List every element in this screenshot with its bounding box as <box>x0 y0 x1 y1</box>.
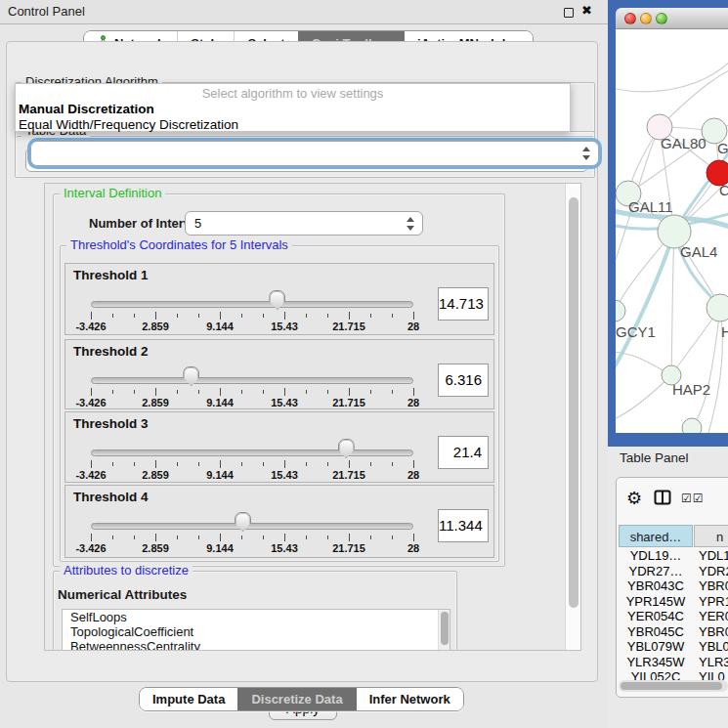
slider-tick-label: 28 <box>407 397 419 408</box>
table-cell[interactable]: YPR1 <box>699 594 728 610</box>
app-root: Control Panel ✖ NetworkStyleSelectCyni T… <box>0 0 728 728</box>
slider-tick <box>370 390 371 394</box>
close-icon[interactable]: ✖ <box>581 3 592 18</box>
table-cell[interactable]: YBR043C <box>619 578 693 594</box>
slider-tick <box>284 312 285 320</box>
algorithm-option[interactable]: Manual Discretization <box>19 102 154 116</box>
attribute-list-item[interactable]: TopologicalCoefficient <box>63 624 450 639</box>
table-cell[interactable]: YBL079W <box>619 639 693 655</box>
gear-icon[interactable]: ⚙ <box>626 488 642 509</box>
attribute-list-item[interactable]: SelfLoops <box>63 610 450 624</box>
slider-tick-label: 28 <box>407 469 419 481</box>
network-window-titlebar[interactable] <box>616 8 728 29</box>
column-header-shared-name[interactable]: shared… <box>619 525 693 547</box>
threshold-row: Threshold 2-3.4262.8599.14415.4321.71528… <box>64 339 494 409</box>
table-horizontal-scrollbar[interactable] <box>619 680 728 692</box>
table-panel: ⚙ ☑☑ shared…nYDL19…YDL1YDR27…YDR2YBR043C… <box>616 477 728 698</box>
close-traffic-light[interactable] <box>624 13 636 24</box>
table-cell[interactable]: YBR0 <box>699 624 728 640</box>
slider-tick <box>370 462 371 466</box>
slider-track[interactable] <box>91 450 413 456</box>
table-cell[interactable]: YBL0 <box>699 639 728 655</box>
slider-tick-label: 21.715 <box>332 321 365 332</box>
minimize-traffic-light[interactable] <box>640 13 652 24</box>
slider-track[interactable] <box>91 377 413 384</box>
slider-tick <box>392 390 393 394</box>
thresholds-group: Threshold's Coordinates for 5 Intervals … <box>60 245 499 562</box>
numerical-attributes-list[interactable]: SelfLoopsTopologicalCoefficientBetweenne… <box>62 609 450 651</box>
slider-tick-label: 21.715 <box>332 542 365 554</box>
algorithm-combo[interactable] <box>30 141 599 166</box>
table-cell[interactable]: YDL1 <box>699 548 728 564</box>
table-cell[interactable]: YBR045C <box>619 624 693 640</box>
network-edge <box>671 232 674 375</box>
float-window-icon[interactable] <box>564 8 574 18</box>
table-scrollbar-thumb[interactable] <box>621 682 722 690</box>
network-node-label: GAL11 <box>628 198 673 215</box>
slider-tick <box>370 314 371 318</box>
bottom-tab-impute-data[interactable]: Impute Data <box>140 688 237 710</box>
settings-scrollbar-thumb[interactable] <box>569 197 578 608</box>
table-cell[interactable]: YDR2 <box>699 564 728 579</box>
network-canvas[interactable]: GAL80G.CGAL11GAL4GCY1HHAP2 <box>616 29 728 433</box>
slider-tick <box>91 534 92 541</box>
table-cell[interactable]: YLR345W <box>619 655 693 670</box>
threshold-value-field[interactable]: 11.344 <box>438 509 489 542</box>
checkboxes-icon[interactable]: ☑☑ <box>681 492 705 505</box>
column-header-name[interactable]: n <box>694 525 728 547</box>
slider-tick-label: 21.715 <box>332 469 365 481</box>
settings-vertical-scrollbar[interactable] <box>565 184 580 651</box>
attributes-scrollbar-thumb[interactable] <box>441 612 449 645</box>
bottom-tab-label: Infer Network <box>369 692 450 707</box>
bottom-tab-label: Impute Data <box>152 692 225 707</box>
threshold-value-field[interactable]: 14.713 <box>438 287 489 321</box>
slider-tick-label: 15.43 <box>271 321 298 332</box>
table-cell[interactable]: YDL19… <box>619 548 693 564</box>
bottom-tab-discretize-data[interactable]: Discretize Data <box>237 688 355 710</box>
threshold-value-field[interactable]: 21.4 <box>438 436 489 469</box>
network-node[interactable] <box>616 300 625 321</box>
network-node-label: G. <box>717 140 728 156</box>
network-edge <box>616 375 671 420</box>
slider-tick <box>263 535 264 539</box>
table-cell[interactable]: YBR0 <box>699 578 728 594</box>
split-columns-icon[interactable] <box>654 490 671 505</box>
slider-tick <box>263 314 264 318</box>
slider-tick <box>241 535 242 539</box>
numerical-attributes-label: Numerical Attributes <box>58 587 187 602</box>
slider-tick-label: 28 <box>407 321 419 332</box>
slider-track[interactable] <box>91 301 413 308</box>
slider-tick <box>177 314 178 318</box>
algorithm-option[interactable]: Equal Width/Frequency Discretization <box>19 117 238 132</box>
slider-tick <box>241 314 242 318</box>
slider-tick <box>413 388 414 396</box>
threshold-value-field[interactable]: 6.316 <box>438 364 489 397</box>
table-cell[interactable]: YER054C <box>619 609 693 624</box>
slider-tick-label: -3.426 <box>75 542 106 554</box>
interval-definition-group: Interval Definition Number of Intervals … <box>53 193 505 567</box>
slider-track[interactable] <box>91 523 413 530</box>
bottom-tab-infer-network[interactable]: Infer Network <box>356 688 463 710</box>
attribute-list-item[interactable]: BetweennessCentrality <box>63 639 450 651</box>
network-node[interactable] <box>682 418 702 433</box>
bottom-tab-label: Discretize Data <box>251 692 342 707</box>
table-cell[interactable]: YPR145W <box>619 594 693 610</box>
table-cell[interactable]: YER0 <box>699 609 728 624</box>
slider-tick <box>177 462 178 466</box>
attributes-scrollbar[interactable] <box>438 610 450 651</box>
attributes-group: Attributes to discretize Numerical Attri… <box>53 571 457 651</box>
zoom-traffic-light[interactable] <box>656 13 667 24</box>
threshold-row: Threshold 1-3.4262.8599.14415.4321.71528… <box>64 263 494 335</box>
table-cell[interactable]: YLR3 <box>699 655 728 670</box>
num-intervals-combo[interactable]: 5 <box>185 211 423 236</box>
network-node[interactable] <box>707 294 728 321</box>
slider-tick-label: 15.43 <box>271 469 298 481</box>
slider-tick <box>263 390 264 394</box>
num-intervals-value: 5 <box>194 216 201 231</box>
slider-tick <box>327 535 328 539</box>
slider-tick <box>220 388 221 396</box>
slider-tick <box>306 390 307 394</box>
slider-tick <box>306 535 307 539</box>
slider-tick <box>349 534 350 541</box>
table-cell[interactable]: YDR27… <box>619 564 693 579</box>
